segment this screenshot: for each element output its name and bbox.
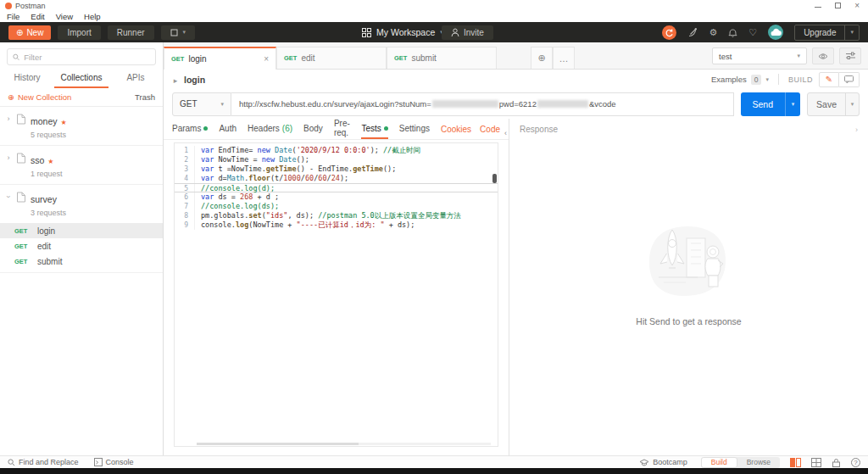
chevron-down-icon[interactable]: › xyxy=(4,193,13,200)
split-window-icon[interactable] xyxy=(811,458,821,467)
request-edit[interactable]: GET edit xyxy=(0,238,163,254)
new-collection-button[interactable]: ⊕ New Collection xyxy=(8,92,71,102)
bootcamp-button[interactable]: Bootcamp xyxy=(639,458,687,466)
environment-settings-button[interactable] xyxy=(839,47,861,64)
menu-file[interactable]: File xyxy=(7,12,19,21)
code-line[interactable]: 3var t =NowTime.getTime() - EndTime.getT… xyxy=(175,165,498,174)
chevron-right-icon[interactable]: › xyxy=(5,153,12,162)
tests-code-editor[interactable]: 1var EndTime= new Date('2020/9/12 0:0:0'… xyxy=(174,142,498,447)
code-line[interactable]: 9console.log(NowTime + "----已计算id，id为: "… xyxy=(175,220,498,230)
chevron-right-icon[interactable]: › xyxy=(855,125,858,134)
code-line[interactable]: 5//console.log(d); xyxy=(175,183,498,192)
trash-button[interactable]: Trash xyxy=(135,92,155,102)
filter-input[interactable] xyxy=(24,53,150,62)
editor-horizontal-scrollbar[interactable] xyxy=(197,443,491,445)
examples-count-badge: 0 xyxy=(751,75,762,85)
code-line[interactable]: 4var d=Math.floor(t/1000/60/60/24); xyxy=(175,174,498,183)
sidebar-actions: ⊕ New Collection Trash xyxy=(0,88,163,107)
subtab-headers[interactable]: Headers(6) xyxy=(248,119,292,139)
subtab-auth[interactable]: Auth xyxy=(219,119,236,139)
upgrade-button[interactable]: Upgrade ▾ xyxy=(794,25,860,41)
redacted-value xyxy=(432,100,498,108)
code-line[interactable]: 1var EndTime= new Date('2020/9/12 0:0:0'… xyxy=(175,146,498,155)
url-input[interactable]: http://xscfw.hebust.edu.cn/survey/ajaxLo… xyxy=(231,92,734,116)
comments-button[interactable] xyxy=(839,72,860,87)
open-new-button[interactable]: ▾ xyxy=(161,25,196,40)
collection-sso[interactable]: › sso★ 1 request xyxy=(0,146,163,185)
workspace-switcher[interactable]: My Workspace ▾ xyxy=(362,27,443,37)
request-submit[interactable]: GET submit xyxy=(0,254,163,269)
collection-survey[interactable]: › survey 3 requests xyxy=(0,185,163,223)
more-tabs-button[interactable]: … xyxy=(553,47,575,69)
collapse-pane-icon[interactable]: ‹ xyxy=(504,129,507,137)
help-icon[interactable]: ? xyxy=(851,458,860,467)
menu-view[interactable]: View xyxy=(56,12,73,21)
new-button-label: New xyxy=(26,28,43,37)
tab-edit[interactable]: GET edit xyxy=(276,47,387,69)
editor-vertical-scrollbar[interactable] xyxy=(492,174,497,183)
tab-collections[interactable]: Collections xyxy=(54,69,108,88)
sync-icon[interactable] xyxy=(662,25,676,40)
main-area: History Collections APIs ⊕ New Collectio… xyxy=(0,42,868,455)
request-login[interactable]: GET login xyxy=(0,223,163,238)
tab-history[interactable]: History xyxy=(0,69,54,88)
invite-button[interactable]: Invite xyxy=(442,25,493,40)
code-link[interactable]: Code xyxy=(480,125,500,134)
subtab-settings[interactable]: Settings xyxy=(399,119,430,139)
save-label: Save xyxy=(808,93,845,115)
caret-right-icon[interactable]: ▸ xyxy=(172,76,179,85)
menu-help[interactable]: Help xyxy=(84,12,101,21)
lock-icon[interactable] xyxy=(832,458,841,467)
notifications-bell-icon[interactable] xyxy=(728,27,737,37)
subtab-params[interactable]: Params xyxy=(172,119,208,139)
code-line[interactable]: 2var NowTime = new Date(); xyxy=(175,155,498,165)
toolbar-icons: ⚙ ♡ Upgrade ▾ xyxy=(662,25,860,41)
environment-quick-look-button[interactable] xyxy=(812,47,834,64)
build-toggle[interactable]: Build xyxy=(701,457,737,468)
edit-request-button[interactable]: ✎ xyxy=(819,72,839,87)
close-icon[interactable]: × xyxy=(854,3,860,8)
tab-apis[interactable]: APIs xyxy=(108,69,163,88)
examples-dropdown[interactable]: Examples 0 ▾ xyxy=(711,75,769,85)
menu-edit[interactable]: Edit xyxy=(31,12,44,21)
method-select[interactable]: GET ▾ xyxy=(172,92,231,116)
runner-button[interactable]: Runner xyxy=(108,25,154,40)
code-line[interactable]: 8pm.globals.set("ids", ds); //postman 5.… xyxy=(175,211,498,220)
sidebar-tabs: History Collections APIs xyxy=(0,69,163,88)
tab-login[interactable]: GET login × xyxy=(164,47,276,70)
filter-search-box[interactable] xyxy=(7,48,156,65)
collection-money[interactable]: › money★ 5 requests xyxy=(0,107,163,146)
caret-down-icon: ▾ xyxy=(792,101,795,108)
more-icon: … xyxy=(559,53,569,64)
find-and-replace-button[interactable]: Find and Replace xyxy=(8,458,79,466)
code-line[interactable]: 7//console.log(ds); xyxy=(175,202,498,211)
code-line[interactable]: 6var ds = 268 + d ; xyxy=(175,192,498,202)
account-avatar[interactable] xyxy=(768,25,783,40)
new-tab-button[interactable]: ⊕ xyxy=(531,47,553,69)
send-button[interactable]: Send ▾ xyxy=(741,92,801,116)
chevron-right-icon[interactable]: › xyxy=(5,114,12,123)
cookies-link[interactable]: Cookies xyxy=(441,125,471,134)
request-header-controls: Examples 0 ▾ BUILD ✎ xyxy=(711,72,860,87)
satellite-icon[interactable] xyxy=(687,27,698,37)
console-button[interactable]: Console xyxy=(94,458,134,466)
two-pane-view-icon[interactable] xyxy=(790,458,801,467)
subtab-tests[interactable]: Tests xyxy=(361,119,387,139)
subtab-prereq[interactable]: Pre-req. xyxy=(334,119,351,139)
maximize-icon[interactable] xyxy=(835,3,841,8)
new-button[interactable]: ⊕ New xyxy=(8,25,51,40)
collection-meta: 1 request xyxy=(31,170,63,178)
environment-select[interactable]: test ▾ xyxy=(712,47,807,64)
close-tab-icon[interactable]: × xyxy=(264,54,269,64)
tab-submit[interactable]: GET submit xyxy=(387,47,497,69)
browse-toggle[interactable]: Browse xyxy=(737,457,780,468)
url-prefix: http://xscfw.hebust.edu.cn/survey/ajaxLo… xyxy=(239,99,431,109)
minimize-icon[interactable] xyxy=(815,7,821,8)
collection-file-icon xyxy=(16,114,26,125)
subtab-body[interactable]: Body xyxy=(303,119,323,139)
heart-icon[interactable]: ♡ xyxy=(748,28,757,37)
import-button[interactable]: Import xyxy=(58,25,100,40)
collection-meta: 3 requests xyxy=(31,209,66,217)
save-button[interactable]: Save ▾ xyxy=(807,92,860,116)
settings-gear-icon[interactable]: ⚙ xyxy=(709,28,717,37)
